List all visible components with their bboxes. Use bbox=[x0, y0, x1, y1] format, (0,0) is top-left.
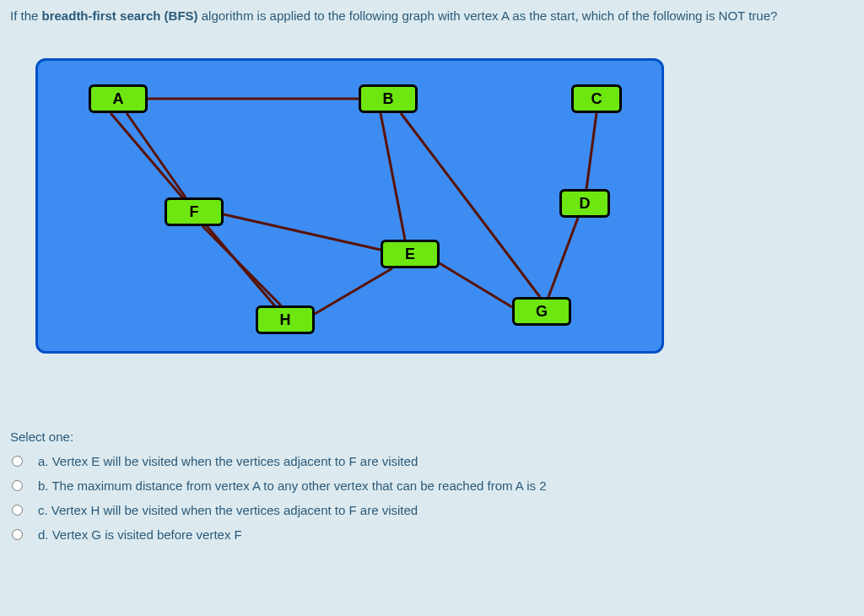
option-b-text: b. The maximum distance from vertex A to… bbox=[38, 478, 547, 493]
select-one-label: Select one: bbox=[10, 430, 854, 444]
edge-D-G bbox=[548, 218, 578, 297]
vertex-A-label: A bbox=[113, 90, 124, 108]
options-list: a. Vertex E will be visited when the ver… bbox=[10, 449, 854, 547]
option-a-radio[interactable] bbox=[12, 456, 23, 467]
question-bold: breadth-first search (BFS) bbox=[42, 8, 198, 23]
vertex-C: C bbox=[571, 84, 622, 113]
option-b-radio[interactable] bbox=[12, 480, 23, 491]
vertex-F: F bbox=[165, 197, 224, 226]
edge-C-D bbox=[586, 113, 597, 189]
option-b-row[interactable]: b. The maximum distance from vertex A to… bbox=[10, 473, 854, 498]
vertex-D: D bbox=[559, 189, 610, 218]
question-prefix: If the bbox=[10, 8, 42, 23]
edge-E-H bbox=[315, 268, 392, 314]
quiz-page: If the breadth-first search (BFS) algori… bbox=[0, 0, 864, 557]
question-suffix: algorithm is applied to the following gr… bbox=[198, 8, 778, 23]
vertex-C-label: C bbox=[591, 90, 602, 108]
vertex-E: E bbox=[381, 240, 440, 268]
vertex-G: G bbox=[512, 297, 571, 326]
option-a-text: a. Vertex E will be visited when the ver… bbox=[38, 454, 418, 468]
vertex-E-label: E bbox=[405, 246, 415, 263]
vertex-A: A bbox=[89, 84, 148, 113]
edge-E-G bbox=[440, 263, 512, 307]
graph-diagram: A B C D E F G H bbox=[35, 58, 664, 354]
vertex-H-label: H bbox=[280, 311, 291, 329]
option-a-row[interactable]: a. Vertex E will be visited when the ver… bbox=[10, 449, 854, 473]
option-d-radio[interactable] bbox=[12, 529, 23, 540]
question-text: If the breadth-first search (BFS) algori… bbox=[10, 7, 854, 24]
edge-F-E bbox=[224, 214, 381, 250]
vertex-H: H bbox=[256, 305, 315, 334]
option-d-text: d. Vertex G is visited before vertex F bbox=[38, 527, 242, 542]
vertex-D-label: D bbox=[580, 195, 591, 213]
edge-A-F bbox=[127, 113, 186, 197]
option-c-row[interactable]: c. Vertex H will be visited when the ver… bbox=[10, 498, 854, 522]
edge-B-G bbox=[401, 113, 540, 297]
vertex-G-label: G bbox=[536, 303, 548, 321]
vertex-F-label: F bbox=[190, 203, 199, 221]
option-c-radio[interactable] bbox=[12, 505, 23, 516]
vertex-B: B bbox=[359, 84, 418, 113]
edge-F-H bbox=[202, 226, 281, 305]
option-d-row[interactable]: d. Vertex G is visited before vertex F bbox=[10, 522, 854, 547]
vertex-B-label: B bbox=[383, 90, 394, 108]
edge-B-E bbox=[381, 113, 405, 240]
option-c-text: c. Vertex H will be visited when the ver… bbox=[38, 503, 418, 517]
